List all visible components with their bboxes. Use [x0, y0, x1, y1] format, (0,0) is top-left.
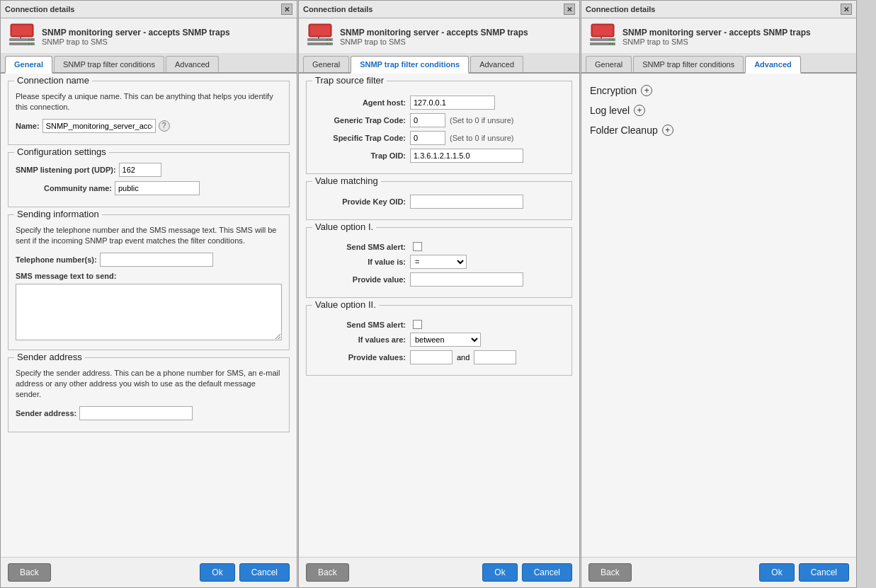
value-matching-section: Value matching Provide Key OID: [306, 181, 572, 220]
header-subtitle-2: SNMP trap to SMS [340, 38, 572, 46]
sender-label: Sender address: [16, 409, 76, 417]
back-button-2[interactable]: Back [306, 563, 349, 582]
footer-right-3: Ok Cancel [759, 563, 849, 582]
sender-input[interactable] [79, 406, 193, 420]
content-1: Connection name Please specify a unique … [1, 74, 297, 557]
provide-values-input1[interactable] [410, 350, 453, 364]
specific-code-input[interactable] [410, 131, 445, 145]
sender-desc: Specify the sender address. This can be … [16, 368, 282, 400]
encryption-expand[interactable]: + [641, 85, 652, 96]
ok-button-2[interactable]: Ok [482, 563, 517, 582]
header-subtitle-3: SNMP trap to SMS [622, 38, 849, 46]
send-sms2-checkbox[interactable] [413, 320, 422, 329]
dialog-1: Connection details ✕ SNMP monitoring ser… [0, 0, 297, 588]
cancel-button-1[interactable]: Cancel [239, 563, 290, 582]
header-1: SNMP monitoring server - accepts SNMP tr… [1, 18, 297, 53]
tel-input[interactable] [100, 253, 213, 267]
send-sms1-checkbox[interactable] [413, 242, 422, 251]
provide-values-label: Provide values: [314, 353, 406, 362]
close-button-1[interactable]: ✕ [281, 4, 292, 15]
header-title-3: SNMP monitoring server - accepts SNMP tr… [622, 28, 849, 38]
folder-cleanup-item: Folder Cleanup + [588, 120, 849, 140]
provide-value-label: Provide value: [314, 275, 406, 284]
svg-point-16 [329, 39, 331, 40]
svg-point-9 [31, 43, 33, 45]
svg-rect-2 [9, 38, 35, 41]
close-button-2[interactable]: ✕ [564, 4, 575, 15]
tab-snmp-2[interactable]: SNMP trap filter conditions [351, 56, 469, 74]
if-value-select[interactable]: = != < > [410, 255, 467, 269]
value-matching-title: Value matching [312, 175, 381, 186]
sending-desc: Specify the telephone number and the SMS… [16, 225, 282, 247]
folder-cleanup-expand[interactable]: + [662, 125, 673, 136]
sender-section: Sender address Specify the sender addres… [8, 357, 290, 432]
log-level-label: Log level [590, 105, 630, 116]
if-values-label: If values are: [314, 335, 406, 344]
tab-advanced-3[interactable]: Advanced [745, 56, 801, 74]
sms-textarea[interactable] [16, 284, 282, 340]
name-input[interactable] [42, 119, 156, 133]
tab-advanced-1[interactable]: Advanced [166, 56, 219, 72]
provide-values-input2[interactable] [474, 350, 516, 364]
send-sms1-label: Send SMS alert: [314, 243, 406, 251]
svg-rect-3 [9, 42, 35, 45]
sms-label: SMS message text to send: [16, 272, 116, 280]
dialog-title-3: Connection details [586, 5, 655, 13]
tabs-3: General SNMP trap filter conditions Adva… [581, 53, 856, 74]
content-2: Trap source filter Agent host: Generic T… [299, 74, 579, 557]
encryption-label: Encryption [590, 85, 637, 96]
specific-code-hint: (Set to 0 if unsure) [450, 134, 514, 142]
back-button-1[interactable]: Back [8, 563, 51, 582]
back-button-3[interactable]: Back [588, 563, 632, 582]
cancel-button-3[interactable]: Cancel [799, 563, 849, 582]
if-values-select[interactable]: between not between [410, 333, 481, 347]
footer-2: Back Ok Cancel [299, 557, 579, 587]
generic-code-hint: (Set to 0 if unsure) [450, 116, 514, 125]
snmp-icon-2 [306, 23, 334, 50]
community-input[interactable] [115, 181, 200, 195]
svg-point-18 [329, 43, 331, 45]
header-text-1: SNMP monitoring server - accepts SNMP tr… [42, 28, 290, 46]
snmp-icon-1 [8, 23, 36, 50]
log-level-expand[interactable]: + [634, 105, 645, 116]
dialog-3: Connection details ✕ SNMP monitoring ser… [581, 0, 857, 588]
connection-name-section: Connection name Please specify a unique … [8, 81, 290, 145]
community-label: Community name: [44, 184, 112, 192]
generic-code-input[interactable] [410, 113, 445, 127]
ok-button-1[interactable]: Ok [200, 563, 234, 582]
value-opt2-title: Value option II. [312, 299, 379, 310]
sending-title: Sending information [14, 209, 102, 219]
specific-code-label: Specific Trap Code: [314, 134, 406, 142]
tab-general-3[interactable]: General [586, 56, 632, 72]
key-oid-input[interactable] [410, 195, 523, 209]
help-icon[interactable]: ? [159, 120, 170, 132]
tab-general-1[interactable]: General [5, 56, 52, 74]
content-3: Encryption + Log level + Folder Cleanup … [581, 74, 856, 557]
sender-title: Sender address [14, 352, 85, 362]
tab-snmp-3[interactable]: SNMP trap filter conditions [633, 56, 744, 72]
svg-point-6 [28, 39, 30, 40]
cancel-button-2[interactable]: Cancel [522, 563, 572, 582]
svg-point-25 [612, 39, 613, 40]
provide-value-input[interactable] [410, 272, 523, 287]
svg-point-7 [31, 39, 33, 40]
key-oid-label: Provide Key OID: [314, 197, 406, 206]
tab-snmp-1[interactable]: SNMP trap filter conditions [54, 56, 164, 72]
tabs-1: General SNMP trap filter conditions Adva… [1, 53, 297, 74]
ok-button-3[interactable]: Ok [759, 563, 794, 582]
trap-oid-input[interactable] [410, 149, 523, 163]
tab-advanced-2[interactable]: Advanced [470, 56, 523, 72]
svg-point-17 [326, 43, 328, 45]
close-button-3[interactable]: ✕ [841, 4, 852, 15]
header-title-2: SNMP monitoring server - accepts SNMP tr… [340, 28, 572, 38]
snmp-icon-3 [588, 23, 617, 50]
agent-host-input[interactable] [410, 96, 495, 110]
port-input[interactable] [119, 163, 161, 177]
agent-host-label: Agent host: [314, 98, 406, 107]
header-subtitle-1: SNMP trap to SMS [42, 38, 290, 46]
svg-rect-11 [310, 25, 330, 35]
value-option1-section: Value option I. Send SMS alert: If value… [306, 227, 572, 298]
svg-point-15 [326, 39, 328, 40]
send-sms2-label: Send SMS alert: [314, 321, 406, 329]
tab-general-2[interactable]: General [303, 56, 349, 72]
